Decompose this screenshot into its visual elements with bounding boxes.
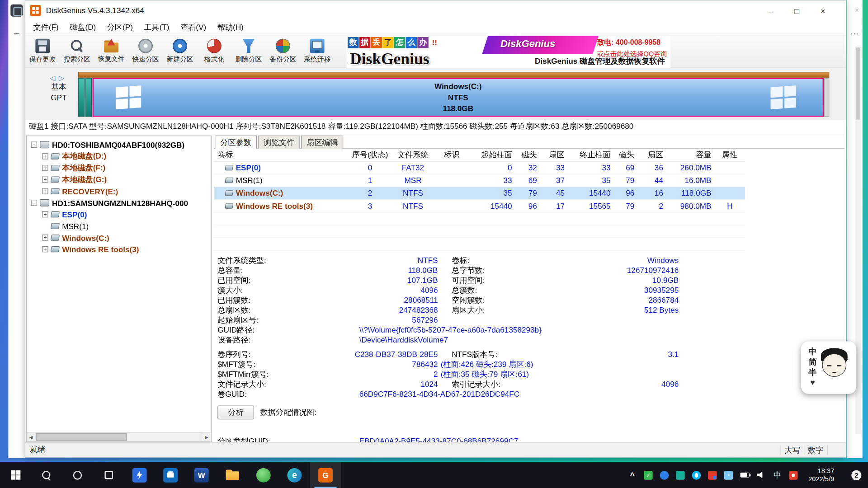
tray-speaker-icon[interactable]	[757, 471, 766, 479]
tree-item[interactable]: +本地磁盘(D:)	[27, 150, 211, 162]
tab-browse-files[interactable]: 浏览文件	[258, 136, 300, 149]
detail-row: $MFTMirr簇号:2(柱面:35 磁头:79 扇区:61)	[214, 369, 845, 379]
scrollbar-track[interactable]	[36, 433, 202, 442]
menu-item-disk[interactable]: 磁盘(D)	[64, 21, 102, 34]
background-app-icon	[10, 5, 23, 17]
tree-item[interactable]: +本地磁盘(F:)	[27, 162, 211, 174]
tree-horizontal-scrollbar[interactable]: ◀ ▶	[27, 432, 211, 441]
tree-expand-icon[interactable]: -	[31, 200, 37, 206]
tree-expand-icon[interactable]: +	[42, 211, 48, 217]
table-row[interactable]: Windows(C:)2NTFS357945154409616118.0GB	[214, 187, 745, 200]
menu-item-help[interactable]: 帮助(H)	[212, 21, 249, 34]
partition-block-windows-c[interactable]: Windows(C:) NTFS 118.0GB	[92, 78, 824, 117]
tray-snowflake-icon[interactable]	[724, 470, 733, 479]
tree-item[interactable]: +本地磁盘(G:)	[27, 174, 211, 185]
scroll-left-icon[interactable]: ◀	[27, 433, 36, 442]
tray-battery-icon[interactable]	[740, 473, 750, 478]
recover-files-button[interactable]: 恢复文件	[94, 35, 128, 67]
format-icon	[207, 39, 222, 53]
partition-slice-esp[interactable]	[78, 78, 85, 117]
table-row[interactable]: MSR(1)1MSR33693735794416.0MB	[214, 174, 745, 187]
tree-item[interactable]: +ESP(0)	[27, 209, 211, 221]
tray-red-app-icon[interactable]	[789, 470, 798, 479]
system-migrate-button[interactable]: 系统迁移	[300, 35, 335, 67]
menu-item-tools[interactable]: 工具(T)	[138, 21, 175, 34]
detail-label: 设备路径:	[214, 335, 325, 345]
save-changes-button[interactable]: 保存更改	[25, 35, 60, 67]
table-row[interactable]: Windows RE tools(3)3NTFS1544096171556579…	[214, 200, 745, 212]
browser-back-icon[interactable]: ←	[12, 28, 21, 38]
tree-expand-icon[interactable]: +	[42, 235, 48, 240]
tree-item[interactable]: MSR(1)	[27, 220, 211, 232]
tree-item[interactable]: +Windows RE tools(3)	[27, 244, 211, 255]
maximize-button[interactable]: □	[784, 0, 810, 20]
browser-close-icon[interactable]: ×	[854, 5, 859, 14]
tree-item[interactable]: -HD0:TOSHIBAMQ04ABF100(932GB)	[27, 139, 211, 150]
tray-qq-icon[interactable]	[692, 470, 701, 479]
backup-partition-button[interactable]: 备份分区	[266, 35, 300, 67]
ad-banner[interactable]: 数据丢了怎么办!! DiskGenius DiskGenius 致电: 400-…	[347, 36, 670, 68]
save-changes-label: 保存更改	[29, 55, 56, 64]
minimize-button[interactable]: –	[758, 0, 784, 20]
menu-item-file[interactable]: 文件(F)	[28, 21, 64, 34]
tray-square-teal-icon[interactable]	[676, 470, 685, 479]
app-diskgenius-button[interactable]	[310, 462, 341, 488]
table-cell: NTFS	[391, 200, 435, 212]
tab-sector-edit[interactable]: 扇区编辑	[301, 136, 343, 149]
tray-chevron-icon[interactable]: ^	[628, 470, 637, 479]
table-row[interactable]: ESP(0)0FAT3203233336936260.0MB	[214, 162, 745, 174]
close-button[interactable]: ×	[810, 0, 836, 20]
search-button[interactable]	[31, 462, 62, 488]
start-button[interactable]	[0, 462, 31, 488]
tray-circle-blue-icon[interactable]	[660, 470, 669, 479]
browser-more-icon[interactable]: ⋯	[850, 29, 859, 39]
app-lightning-button[interactable]	[124, 462, 155, 488]
app-explorer-button[interactable]	[217, 462, 248, 488]
tree-expand-icon[interactable]: -	[31, 141, 37, 147]
partition-slice-msr[interactable]	[85, 78, 92, 117]
search-partition-button[interactable]: 搜索分区	[60, 35, 94, 67]
tray-red-pair-icon[interactable]	[708, 470, 717, 479]
partition-slice-free[interactable]	[824, 78, 829, 117]
partition-icon	[225, 203, 234, 208]
tree-expand-icon[interactable]: +	[42, 153, 48, 159]
tray-shield-icon[interactable]	[644, 470, 653, 479]
delete-partition-button[interactable]: 删除分区	[231, 35, 266, 67]
taskbar-clock[interactable]: 18:37 2022/5/9	[808, 467, 834, 483]
analyze-button[interactable]: 分析	[217, 406, 254, 420]
menu-item-view[interactable]: 查看(V)	[175, 21, 212, 34]
table-cell	[435, 174, 468, 187]
app-green-button[interactable]	[248, 462, 279, 488]
new-partition-button[interactable]: 新建分区	[163, 35, 197, 67]
table-cell: 33	[468, 174, 515, 187]
notification-badge[interactable]: 2	[851, 470, 861, 480]
tree-item[interactable]: +RECOVERY(E:)	[27, 185, 211, 197]
tree-expand-icon[interactable]: +	[42, 165, 48, 171]
menu-item-partition[interactable]: 分区(P)	[101, 21, 138, 34]
tree-expand-icon[interactable]: +	[42, 188, 48, 194]
table-cell	[715, 162, 745, 174]
app-edge-button[interactable]	[279, 462, 310, 488]
disk-next-icon[interactable]: ▷	[59, 74, 68, 82]
app-store-button[interactable]	[155, 462, 186, 488]
tree-expand-icon[interactable]: +	[42, 177, 48, 183]
format-button[interactable]: 格式化	[197, 35, 231, 67]
tab-partition-params[interactable]: 分区参数	[215, 136, 257, 149]
disk-prev-icon[interactable]: ◁	[50, 74, 59, 82]
scrollbar-thumb[interactable]	[36, 433, 127, 441]
scroll-right-icon[interactable]: ▶	[202, 433, 211, 442]
detail-row: 簇大小:4096总簇数:30935295	[214, 285, 845, 295]
detail-value: 2	[325, 369, 438, 379]
disk-icon	[40, 199, 49, 206]
tree-item[interactable]: +Windows(C:)	[27, 232, 211, 244]
ime-floating-widget[interactable]: 中 简 半 ♥	[801, 342, 856, 394]
disk-header-strip[interactable]	[78, 72, 830, 78]
quick-partition-button[interactable]: 快速分区	[128, 35, 163, 67]
ime-indicator[interactable]: 中	[773, 470, 782, 479]
task-view-button[interactable]	[93, 462, 124, 488]
cortana-button[interactable]	[62, 462, 93, 488]
tree-item[interactable]: -HD1:SAMSUNGMZNLN128HAHQ-000	[27, 197, 211, 209]
detail-value: 2866784	[562, 295, 679, 305]
tree-expand-icon[interactable]: +	[42, 246, 48, 252]
app-word-button[interactable]	[186, 462, 217, 488]
